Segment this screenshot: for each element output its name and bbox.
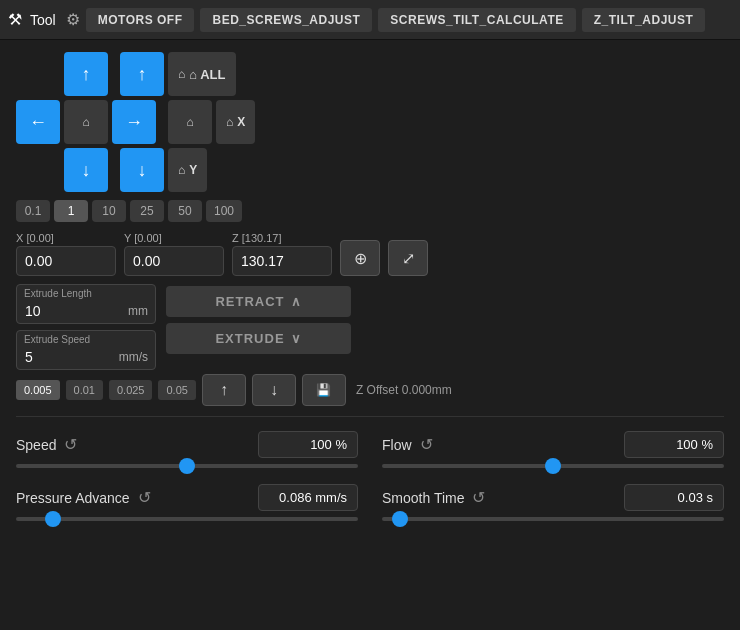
screws-tilt-calculate-button[interactable]: SCREWS_TILT_CALCULATE: [378, 8, 575, 32]
move-up-1-button[interactable]: ↑: [64, 52, 108, 96]
extrude-length-field: Extrude Length mm: [16, 284, 156, 324]
extrude-speed-unit: mm/s: [119, 350, 148, 364]
step-1-button[interactable]: 1: [54, 200, 88, 222]
flow-title: Flow: [382, 437, 412, 453]
step-50-button[interactable]: 50: [168, 200, 202, 222]
home-xy-button[interactable]: ⌂: [64, 100, 108, 144]
extrude-length-label: Extrude Length: [24, 288, 92, 299]
main-content: ↑ ↑ ⌂ ⌂ ALL ← ⌂ → ⌂ ⌂ X: [0, 40, 740, 533]
home-z-button[interactable]: ⌂: [168, 100, 212, 144]
smooth-value-input[interactable]: [624, 484, 724, 511]
step-01-button[interactable]: 0.1: [16, 200, 50, 222]
retract-icon: ∧: [291, 294, 302, 309]
extrude-speed-label: Extrude Speed: [24, 334, 90, 345]
speed-slider[interactable]: [16, 464, 358, 468]
gear-icon: ⚙: [66, 10, 80, 29]
retract-label: RETRACT: [215, 294, 284, 309]
level-icon: ⊕: [354, 249, 367, 268]
pressure-slider-group: Pressure Advance ↺: [16, 484, 358, 521]
z-save-button[interactable]: 💾: [302, 374, 346, 406]
z-coord-input[interactable]: [232, 246, 332, 276]
z-offset-value: 0.000mm: [402, 383, 452, 397]
tool-icon: ⚒: [8, 10, 22, 29]
move-left-button[interactable]: ←: [16, 100, 60, 144]
smooth-slider-group: Smooth Time ↺: [382, 484, 724, 521]
expand-icon: ⤢: [402, 249, 415, 268]
home-all-label: ⌂ ALL: [189, 67, 225, 82]
move-down-2-button[interactable]: ↓: [120, 148, 164, 192]
z-tilt-adjust-button[interactable]: Z_TILT_ADJUST: [582, 8, 706, 32]
home-icon: ⌂: [226, 115, 233, 129]
home-x-label: X: [237, 115, 245, 129]
topbar: ⚒ Tool ⚙ MOTORS OFF BED_SCREWS_ADJUST SC…: [0, 0, 740, 40]
z-step-001-button[interactable]: 0.01: [66, 380, 103, 400]
z-offset-label: Z Offset 0.000mm: [356, 383, 452, 397]
z-offset-text: Z Offset: [356, 383, 402, 397]
z-down-icon: ↓: [270, 381, 278, 399]
section-divider: [16, 416, 724, 417]
z-step-005-button[interactable]: 0.05: [158, 380, 195, 400]
z-up-icon: ↑: [220, 381, 228, 399]
move-up-2-button[interactable]: ↑: [120, 52, 164, 96]
z-step-0005-button[interactable]: 0.005: [16, 380, 60, 400]
extrude-button[interactable]: EXTRUDE ∨: [166, 323, 351, 354]
z-save-icon: 💾: [316, 383, 331, 397]
sliders-section: Speed ↺ Flow ↺ Pressure Advance ↺: [16, 427, 724, 521]
speed-slider-group: Speed ↺: [16, 431, 358, 468]
step-25-button[interactable]: 25: [130, 200, 164, 222]
flow-header: Flow ↺: [382, 431, 724, 458]
step-100-button[interactable]: 100: [206, 200, 242, 222]
home-all-button[interactable]: ⌂ ⌂ ALL: [168, 52, 236, 96]
flow-reset-button[interactable]: ↺: [420, 435, 433, 454]
x-coord-input[interactable]: [16, 246, 116, 276]
speed-reset-button[interactable]: ↺: [64, 435, 77, 454]
speed-title: Speed: [16, 437, 56, 453]
bed-screws-adjust-button[interactable]: BED_SCREWS_ADJUST: [200, 8, 372, 32]
speed-header: Speed ↺: [16, 431, 358, 458]
z-offset-row: 0.005 0.01 0.025 0.05 ↑ ↓ 💾 Z Offset 0.0…: [16, 374, 724, 406]
z-step-0025-button[interactable]: 0.025: [109, 380, 153, 400]
extrude-speed-field: Extrude Speed mm/s: [16, 330, 156, 370]
z-coord-label: Z [130.17]: [232, 232, 332, 244]
level-button[interactable]: ⊕: [340, 240, 380, 276]
z-down-button[interactable]: ↓: [252, 374, 296, 406]
extrude-icon: ∨: [291, 331, 302, 346]
smooth-header: Smooth Time ↺: [382, 484, 724, 511]
flow-value-input[interactable]: [624, 431, 724, 458]
flow-slider-group: Flow ↺: [382, 431, 724, 468]
movement-controls: ↑ ↑ ⌂ ⌂ ALL ← ⌂ → ⌂ ⌂ X: [16, 52, 724, 192]
pressure-header: Pressure Advance ↺: [16, 484, 358, 511]
y-coord-field: Y [0.00]: [124, 232, 224, 276]
pressure-slider[interactable]: [16, 517, 358, 521]
x-coord-field: X [0.00]: [16, 232, 116, 276]
extrude-label: EXTRUDE: [215, 331, 284, 346]
smooth-reset-button[interactable]: ↺: [472, 488, 485, 507]
z-coord-field: Z [130.17]: [232, 232, 332, 276]
speed-value-input[interactable]: [258, 431, 358, 458]
home-z-icon: ⌂: [186, 115, 193, 129]
expand-button[interactable]: ⤢: [388, 240, 428, 276]
home-xy-icon: ⌂: [82, 115, 89, 129]
retract-button[interactable]: RETRACT ∧: [166, 286, 351, 317]
y-coord-input[interactable]: [124, 246, 224, 276]
pressure-reset-button[interactable]: ↺: [138, 488, 151, 507]
smooth-title: Smooth Time: [382, 490, 464, 506]
step-10-button[interactable]: 10: [92, 200, 126, 222]
home-all-icon: ⌂: [178, 67, 185, 81]
move-right-button[interactable]: →: [112, 100, 156, 144]
pressure-value-input[interactable]: [258, 484, 358, 511]
extrude-group: Extrude Length mm Extrude Speed mm/s: [16, 284, 156, 370]
motors-off-button[interactable]: MOTORS OFF: [86, 8, 195, 32]
smooth-slider[interactable]: [382, 517, 724, 521]
tool-label: Tool: [30, 12, 56, 28]
z-up-button[interactable]: ↑: [202, 374, 246, 406]
home-x-button[interactable]: ⌂ X: [216, 100, 255, 144]
home-y-icon: ⌂: [178, 163, 185, 177]
step-buttons: 0.1 1 10 25 50 100: [16, 200, 724, 222]
home-y-button[interactable]: ⌂ Y: [168, 148, 207, 192]
extrude-length-unit: mm: [128, 304, 148, 318]
coordinates-row: X [0.00] Y [0.00] Z [130.17] ⊕ ⤢: [16, 232, 724, 276]
flow-slider[interactable]: [382, 464, 724, 468]
y-coord-label: Y [0.00]: [124, 232, 224, 244]
move-down-1-button[interactable]: ↓: [64, 148, 108, 192]
